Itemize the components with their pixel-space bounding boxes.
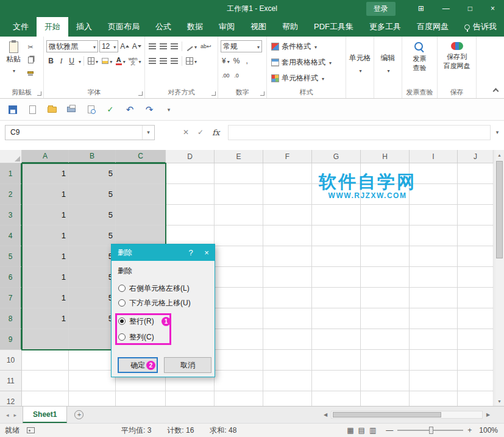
print-button[interactable] <box>66 104 77 115</box>
cancel-entry-button[interactable]: ✕ <box>183 128 189 137</box>
scroll-left-icon[interactable]: ◀ <box>321 412 330 417</box>
fill-color-button[interactable] <box>101 55 113 67</box>
dialog-option-2[interactable]: 下方单元格上移(U) <box>118 296 191 310</box>
increase-decimal-button[interactable]: .00 <box>221 69 231 82</box>
scroll-down-icon[interactable]: ▼ <box>495 396 504 406</box>
cell-H1[interactable] <box>361 163 410 184</box>
row-header-11[interactable]: 11 <box>0 371 22 391</box>
align-bottom-button[interactable] <box>169 40 179 52</box>
undo-button[interactable]: ↶ <box>124 104 135 115</box>
underline-button[interactable]: U <box>67 55 76 67</box>
row-header-12[interactable]: 12 <box>0 391 22 406</box>
align-right-button[interactable] <box>169 55 179 67</box>
cell-A8[interactable]: 1 <box>22 308 69 329</box>
cell-C4[interactable] <box>116 226 166 246</box>
horizontal-scroll-track[interactable] <box>331 411 483 419</box>
cell-I10[interactable] <box>410 350 458 371</box>
cancel-button[interactable]: 取消 <box>164 357 211 373</box>
row-header-4[interactable]: 4 <box>0 226 22 246</box>
bold-button[interactable]: B <box>46 55 55 67</box>
cell-E4[interactable] <box>215 226 263 246</box>
align-middle-button[interactable] <box>158 40 168 52</box>
open-button[interactable] <box>46 104 57 115</box>
vertical-scroll-thumb[interactable] <box>496 161 503 258</box>
cell-I11[interactable] <box>410 371 458 391</box>
cell-A4[interactable]: 1 <box>22 226 69 246</box>
cell-I3[interactable] <box>410 205 458 226</box>
cell-B4[interactable]: 5 <box>69 226 116 246</box>
cell-A10[interactable] <box>22 350 69 371</box>
cell-E11[interactable] <box>215 371 263 391</box>
cell-H11[interactable] <box>361 371 410 391</box>
zoom-in-button[interactable]: + <box>467 426 472 435</box>
cell-I12[interactable] <box>410 391 458 406</box>
row-header-2[interactable]: 2 <box>0 184 22 205</box>
collapse-ribbon-icon[interactable] <box>493 88 499 94</box>
cell-A5[interactable]: 1 <box>22 246 69 267</box>
cell-H2[interactable] <box>361 184 410 205</box>
sheet-tab-sheet1[interactable]: Sheet1 <box>23 407 67 423</box>
cell-G10[interactable] <box>312 350 361 371</box>
cell-E3[interactable] <box>215 205 263 226</box>
cell-E10[interactable] <box>215 350 263 371</box>
minimize-button[interactable]: — <box>433 0 459 17</box>
cell-A9[interactable] <box>22 329 69 350</box>
cell-D4[interactable] <box>166 226 215 246</box>
cell-H4[interactable] <box>361 226 410 246</box>
cell-J1[interactable] <box>458 163 494 184</box>
cell-J3[interactable] <box>458 205 494 226</box>
cell-F3[interactable] <box>263 205 312 226</box>
align-top-button[interactable] <box>147 40 157 52</box>
cell-J8[interactable] <box>458 308 494 329</box>
cell-G5[interactable] <box>312 246 361 267</box>
enter-entry-button[interactable]: ✓ <box>197 128 204 137</box>
invoice-check-button[interactable]: 发票 查验 <box>404 38 435 72</box>
cell-H3[interactable] <box>361 205 410 226</box>
cell-J11[interactable] <box>458 371 494 391</box>
cell-D3[interactable] <box>166 205 215 226</box>
editing-button[interactable]: 编辑 <box>376 38 400 88</box>
tab-help[interactable]: 帮助 <box>274 17 306 37</box>
font-size-select[interactable]: 12 <box>99 40 118 52</box>
copy-button[interactable] <box>25 55 36 65</box>
row-header-6[interactable]: 6 <box>0 267 22 288</box>
row-header-10[interactable]: 10 <box>0 350 22 371</box>
tab-page-layout[interactable]: 页面布局 <box>100 17 147 37</box>
align-center-button[interactable] <box>158 55 168 67</box>
row-header-3[interactable]: 3 <box>0 205 22 226</box>
format-as-table-button[interactable]: 套用表格格式 <box>269 54 344 70</box>
cell-B2[interactable]: 5 <box>69 184 116 205</box>
cell-J7[interactable] <box>458 288 494 308</box>
new-sheet-button[interactable]: + <box>67 407 91 423</box>
wrap-text-button[interactable]: ab↩ <box>199 40 213 52</box>
cell-G11[interactable] <box>312 371 361 391</box>
tab-baidu-netdisk[interactable]: 百度网盘 <box>409 17 456 37</box>
tab-home[interactable]: 开始 <box>37 17 68 37</box>
row-header-8[interactable]: 8 <box>0 308 22 329</box>
cell-H6[interactable] <box>361 267 410 288</box>
cell-E9[interactable] <box>215 329 263 350</box>
column-header-J[interactable]: J <box>458 150 494 163</box>
cell-G8[interactable] <box>312 308 361 329</box>
borders-button[interactable] <box>87 55 99 67</box>
tab-insert[interactable]: 插入 <box>68 17 100 37</box>
select-all-button[interactable] <box>0 150 22 163</box>
tab-data[interactable]: 数据 <box>179 17 211 37</box>
decrease-decimal-button[interactable]: .0 <box>232 69 241 82</box>
insert-function-button[interactable]: fx <box>212 128 219 137</box>
login-button[interactable]: 登录 <box>366 2 396 16</box>
dialog-close-button[interactable]: × <box>199 248 215 257</box>
cell-H9[interactable] <box>361 329 410 350</box>
row-header-7[interactable]: 7 <box>0 288 22 308</box>
cell-A12[interactable] <box>22 391 69 406</box>
cell-I5[interactable] <box>410 246 458 267</box>
font-dialog-launcher[interactable] <box>138 91 143 96</box>
zoom-out-button[interactable]: — <box>386 426 393 435</box>
cell-A6[interactable]: 1 <box>22 267 69 288</box>
font-name-select[interactable]: 微软雅黑 <box>46 40 98 52</box>
cell-C2[interactable] <box>116 184 166 205</box>
macro-record-button[interactable] <box>27 427 35 433</box>
cell-B3[interactable]: 5 <box>69 205 116 226</box>
cell-B5[interactable]: 5 <box>69 246 116 267</box>
cell-I8[interactable] <box>410 308 458 329</box>
